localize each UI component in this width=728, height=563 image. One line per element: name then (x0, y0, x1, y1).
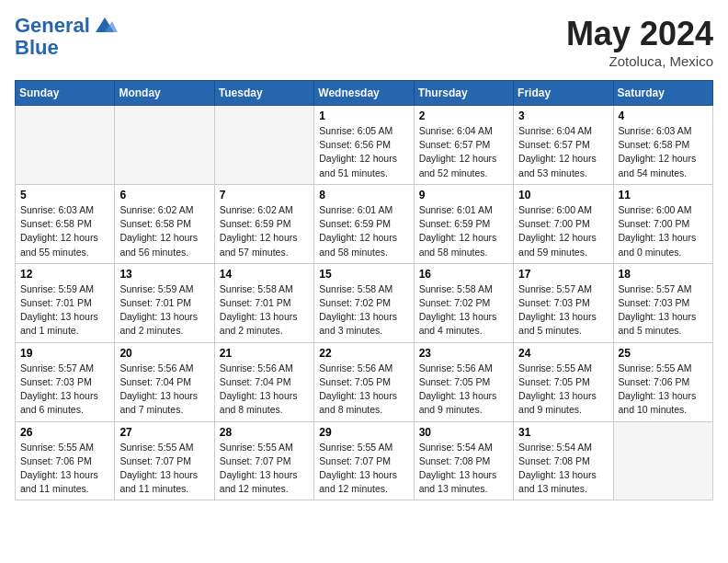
calendar-cell: 12Sunrise: 5:59 AM Sunset: 7:01 PM Dayli… (16, 263, 115, 342)
day-info: Sunrise: 6:03 AM Sunset: 6:58 PM Dayligh… (619, 124, 708, 180)
calendar-cell: 11Sunrise: 6:00 AM Sunset: 7:00 PM Dayli… (613, 184, 712, 263)
day-info: Sunrise: 5:55 AM Sunset: 7:06 PM Dayligh… (20, 441, 109, 497)
day-info: Sunrise: 6:04 AM Sunset: 6:57 PM Dayligh… (419, 124, 508, 180)
calendar-cell: 22Sunrise: 5:56 AM Sunset: 7:05 PM Dayli… (314, 342, 414, 421)
calendar-cell: 23Sunrise: 5:56 AM Sunset: 7:05 PM Dayli… (414, 342, 513, 421)
weekday-header-monday: Monday (115, 81, 214, 106)
weekday-header-sunday: Sunday (16, 81, 115, 106)
day-number: 11 (619, 189, 708, 201)
calendar-cell: 30Sunrise: 5:54 AM Sunset: 7:08 PM Dayli… (414, 421, 513, 500)
calendar-cell: 13Sunrise: 5:59 AM Sunset: 7:01 PM Dayli… (115, 263, 214, 342)
calendar-cell: 31Sunrise: 5:54 AM Sunset: 7:08 PM Dayli… (514, 421, 613, 500)
calendar-cell: 26Sunrise: 5:55 AM Sunset: 7:06 PM Dayli… (16, 421, 115, 500)
calendar-cell: 2Sunrise: 6:04 AM Sunset: 6:57 PM Daylig… (414, 106, 513, 185)
day-number: 28 (220, 426, 309, 439)
day-info: Sunrise: 6:00 AM Sunset: 7:00 PM Dayligh… (518, 203, 608, 259)
weekday-header-saturday: Saturday (613, 81, 712, 106)
title-block: May 2024 Zotoluca, Mexico (566, 15, 713, 69)
calendar-cell (214, 106, 313, 185)
day-number: 8 (319, 189, 408, 201)
day-info: Sunrise: 6:01 AM Sunset: 6:59 PM Dayligh… (319, 203, 408, 259)
calendar-cell: 3Sunrise: 6:04 AM Sunset: 6:57 PM Daylig… (514, 106, 613, 185)
day-info: Sunrise: 6:01 AM Sunset: 6:59 PM Dayligh… (419, 203, 508, 259)
calendar-header-row: SundayMondayTuesdayWednesdayThursdayFrid… (16, 81, 713, 106)
calendar-cell: 28Sunrise: 5:55 AM Sunset: 7:07 PM Dayli… (214, 421, 313, 500)
weekday-header-wednesday: Wednesday (314, 81, 414, 106)
weekday-header-thursday: Thursday (414, 81, 513, 106)
day-info: Sunrise: 5:56 AM Sunset: 7:05 PM Dayligh… (419, 362, 508, 418)
day-info: Sunrise: 5:56 AM Sunset: 7:05 PM Dayligh… (319, 362, 408, 418)
calendar-cell: 6Sunrise: 6:02 AM Sunset: 6:58 PM Daylig… (115, 184, 214, 263)
day-number: 31 (518, 426, 608, 439)
day-number: 30 (419, 426, 508, 439)
calendar-cell: 5Sunrise: 6:03 AM Sunset: 6:58 PM Daylig… (16, 184, 115, 263)
day-number: 12 (20, 268, 109, 281)
day-info: Sunrise: 6:00 AM Sunset: 7:00 PM Dayligh… (619, 203, 708, 259)
day-number: 1 (319, 109, 408, 122)
day-number: 24 (518, 347, 608, 360)
calendar-cell: 16Sunrise: 5:58 AM Sunset: 7:02 PM Dayli… (414, 263, 513, 342)
day-number: 20 (119, 347, 209, 360)
day-info: Sunrise: 5:54 AM Sunset: 7:08 PM Dayligh… (419, 441, 508, 497)
day-number: 27 (119, 426, 209, 439)
day-number: 10 (518, 189, 608, 201)
calendar-cell (16, 106, 115, 185)
day-number: 22 (319, 347, 408, 360)
day-number: 7 (220, 189, 309, 201)
calendar-week-row: 1Sunrise: 6:05 AM Sunset: 6:56 PM Daylig… (16, 106, 713, 185)
day-number: 16 (419, 268, 508, 281)
day-info: Sunrise: 5:55 AM Sunset: 7:06 PM Dayligh… (619, 362, 708, 418)
day-info: Sunrise: 6:02 AM Sunset: 6:58 PM Dayligh… (119, 203, 209, 259)
logo-icon (92, 16, 118, 36)
calendar-cell: 14Sunrise: 5:58 AM Sunset: 7:01 PM Dayli… (214, 263, 313, 342)
weekday-header-tuesday: Tuesday (214, 81, 313, 106)
logo-text: General (15, 15, 90, 37)
day-number: 4 (619, 109, 708, 122)
calendar-cell: 15Sunrise: 5:58 AM Sunset: 7:02 PM Dayli… (314, 263, 414, 342)
day-info: Sunrise: 6:02 AM Sunset: 6:59 PM Dayligh… (220, 203, 309, 259)
day-number: 6 (119, 189, 209, 201)
day-info: Sunrise: 5:57 AM Sunset: 7:03 PM Dayligh… (619, 282, 708, 339)
calendar-cell: 7Sunrise: 6:02 AM Sunset: 6:59 PM Daylig… (214, 184, 313, 263)
month-title: May 2024 (566, 15, 713, 53)
day-info: Sunrise: 6:03 AM Sunset: 6:58 PM Dayligh… (20, 203, 109, 259)
calendar-table: SundayMondayTuesdayWednesdayThursdayFrid… (15, 80, 713, 500)
calendar-week-row: 19Sunrise: 5:57 AM Sunset: 7:03 PM Dayli… (16, 342, 713, 421)
calendar-cell: 9Sunrise: 6:01 AM Sunset: 6:59 PM Daylig… (414, 184, 513, 263)
day-number: 17 (518, 268, 608, 281)
calendar-cell: 19Sunrise: 5:57 AM Sunset: 7:03 PM Dayli… (16, 342, 115, 421)
day-number: 13 (119, 268, 209, 281)
calendar-week-row: 12Sunrise: 5:59 AM Sunset: 7:01 PM Dayli… (16, 263, 713, 342)
calendar-cell: 29Sunrise: 5:55 AM Sunset: 7:07 PM Dayli… (314, 421, 414, 500)
day-info: Sunrise: 6:05 AM Sunset: 6:56 PM Dayligh… (319, 124, 408, 180)
day-info: Sunrise: 6:04 AM Sunset: 6:57 PM Dayligh… (518, 124, 608, 180)
day-number: 29 (319, 426, 408, 439)
day-number: 15 (319, 268, 408, 281)
calendar-cell (613, 421, 712, 500)
day-number: 3 (518, 109, 608, 122)
day-info: Sunrise: 5:57 AM Sunset: 7:03 PM Dayligh… (20, 362, 109, 418)
day-info: Sunrise: 5:55 AM Sunset: 7:07 PM Dayligh… (319, 441, 408, 497)
day-number: 9 (419, 189, 508, 201)
day-number: 14 (220, 268, 309, 281)
day-number: 19 (20, 347, 109, 360)
calendar-week-row: 26Sunrise: 5:55 AM Sunset: 7:06 PM Dayli… (16, 421, 713, 500)
day-number: 5 (20, 189, 109, 201)
day-info: Sunrise: 5:55 AM Sunset: 7:05 PM Dayligh… (518, 362, 608, 418)
day-number: 25 (619, 347, 708, 360)
day-number: 23 (419, 347, 508, 360)
calendar-cell: 4Sunrise: 6:03 AM Sunset: 6:58 PM Daylig… (613, 106, 712, 185)
day-number: 26 (20, 426, 109, 439)
calendar-cell: 17Sunrise: 5:57 AM Sunset: 7:03 PM Dayli… (514, 263, 613, 342)
day-info: Sunrise: 5:58 AM Sunset: 7:01 PM Dayligh… (220, 282, 309, 339)
day-info: Sunrise: 5:54 AM Sunset: 7:08 PM Dayligh… (518, 441, 608, 497)
calendar-cell: 24Sunrise: 5:55 AM Sunset: 7:05 PM Dayli… (514, 342, 613, 421)
calendar-cell: 18Sunrise: 5:57 AM Sunset: 7:03 PM Dayli… (613, 263, 712, 342)
day-info: Sunrise: 5:59 AM Sunset: 7:01 PM Dayligh… (20, 282, 109, 339)
calendar-cell: 21Sunrise: 5:56 AM Sunset: 7:04 PM Dayli… (214, 342, 313, 421)
calendar-cell: 1Sunrise: 6:05 AM Sunset: 6:56 PM Daylig… (314, 106, 414, 185)
day-number: 2 (419, 109, 508, 122)
day-info: Sunrise: 5:55 AM Sunset: 7:07 PM Dayligh… (119, 441, 209, 497)
day-info: Sunrise: 5:58 AM Sunset: 7:02 PM Dayligh… (319, 282, 408, 339)
day-info: Sunrise: 5:58 AM Sunset: 7:02 PM Dayligh… (419, 282, 508, 339)
